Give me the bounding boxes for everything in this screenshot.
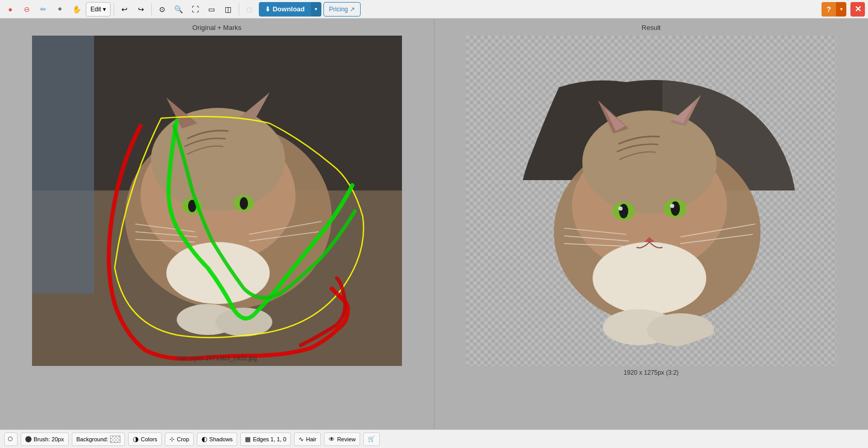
svg-point-13 xyxy=(240,197,248,210)
image-dimensions: 1920 x 1275px (3:2) xyxy=(624,369,679,376)
left-canvas[interactable]: cats-eyes-2671903_1920.jpg xyxy=(32,36,402,366)
svg-point-25 xyxy=(593,242,706,314)
crop-icon: ⊹ xyxy=(169,436,175,443)
help-dropdown-button[interactable]: ▾ xyxy=(836,2,846,17)
bottom-toolbar: ⬡ Brush: 20px Background: ◑ Colors ⊹ Cro… xyxy=(0,429,868,448)
svg-point-36 xyxy=(670,204,674,208)
hair-button[interactable]: ∿ Hair xyxy=(294,433,321,446)
separator-3 xyxy=(239,3,239,15)
svg-point-44 xyxy=(647,313,714,346)
top-toolbar: ● ⊖ ✏ ⌖ ✋ Edit ▾ ↩ ↪ ⊙ 🔍 ⛶ ▭ ◫ ◻ ⬇ Downl… xyxy=(0,0,868,19)
cat-image-svg xyxy=(32,36,402,366)
shadows-button[interactable]: ◐ Shadows xyxy=(197,433,237,446)
edges-button[interactable]: ▦ Edges 1, 1, 0 xyxy=(240,433,291,446)
before-button[interactable]: ◻ xyxy=(242,2,257,17)
cart-button[interactable]: 🛒 xyxy=(363,433,380,446)
main-content: Original + Marks xyxy=(0,19,868,429)
help-group: ? ▾ xyxy=(822,2,846,17)
undo-button[interactable]: ↩ xyxy=(117,2,132,17)
lasso-button[interactable]: ⌖ xyxy=(53,2,67,17)
fullscreen-button[interactable]: ⛶ xyxy=(188,2,203,17)
shadows-icon: ◐ xyxy=(202,435,207,443)
colors-icon: ◑ xyxy=(133,435,138,443)
right-panel: Result xyxy=(435,19,869,429)
result-image-svg xyxy=(466,36,836,366)
pricing-button[interactable]: Pricing ↗ xyxy=(323,2,361,17)
separator-1 xyxy=(114,3,114,15)
split-view-button[interactable]: ◫ xyxy=(221,2,236,17)
edges-icon: ▦ xyxy=(245,436,251,443)
edit-button[interactable]: Edit ▾ xyxy=(86,2,111,17)
tool-selector-button[interactable]: ⬡ xyxy=(4,433,18,446)
crop-view-button[interactable]: ▭ xyxy=(205,2,219,17)
left-panel-title: Original + Marks xyxy=(192,24,241,31)
svg-rect-3 xyxy=(32,36,94,294)
help-button[interactable]: ? xyxy=(822,2,836,17)
hand-button[interactable]: ✋ xyxy=(69,2,84,17)
image-filename: cats-eyes-2671903_1920.jpg xyxy=(177,355,257,362)
background-button[interactable]: Background: xyxy=(72,433,126,446)
background-preview xyxy=(110,436,120,443)
colors-button[interactable]: ◑ Colors xyxy=(128,433,162,446)
result-container xyxy=(466,36,836,366)
svg-point-34 xyxy=(671,201,680,216)
redo-button[interactable]: ↪ xyxy=(134,2,148,17)
crop-button[interactable]: ⊹ Crop xyxy=(165,433,194,446)
download-group: ⬇ Download ▾ xyxy=(259,2,321,17)
pen-button[interactable]: ✏ xyxy=(36,2,51,17)
separator-2 xyxy=(151,3,152,15)
svg-point-20 xyxy=(215,308,272,337)
brush-icon xyxy=(25,436,32,442)
brush-button[interactable]: Brush: 20px xyxy=(21,433,69,446)
cart-icon: 🛒 xyxy=(368,436,375,442)
zoom-in-button[interactable]: 🔍 xyxy=(172,2,186,17)
review-icon: 👁 xyxy=(329,436,335,443)
hair-icon: ∿ xyxy=(299,436,304,443)
svg-point-32 xyxy=(619,204,628,218)
close-circle-button[interactable]: ● xyxy=(3,2,18,17)
right-panel-title: Result xyxy=(642,24,661,31)
svg-point-35 xyxy=(618,206,623,211)
download-button[interactable]: ⬇ Download xyxy=(259,2,311,17)
left-panel: Original + Marks xyxy=(0,19,434,429)
app-close-button[interactable]: ✕ xyxy=(850,2,865,17)
download-dropdown-button[interactable]: ▾ xyxy=(311,2,321,17)
review-button[interactable]: 👁 Review xyxy=(324,433,360,446)
svg-point-26 xyxy=(582,110,717,214)
zoom-fit-button[interactable]: ⊙ xyxy=(155,2,169,17)
minus-circle-button[interactable]: ⊖ xyxy=(20,2,34,17)
